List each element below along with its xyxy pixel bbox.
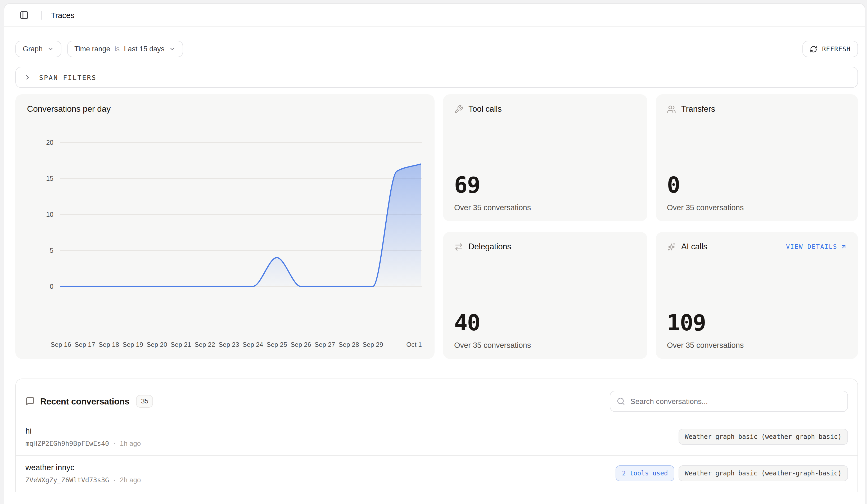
stat-value: 69: [454, 174, 636, 196]
conversation-id: mqHZP2EGh9h9BpFEwEs40: [25, 439, 109, 447]
chevron-down-icon: [169, 45, 175, 52]
conversations-chart: 05101520Sep 16Sep 17Sep 18Sep 19Sep 20Se…: [15, 94, 435, 359]
svg-text:Sep 25: Sep 25: [267, 341, 287, 348]
sidebar-toggle-button[interactable]: [17, 8, 31, 22]
svg-text:Sep 29: Sep 29: [363, 341, 383, 348]
stat-caption: Over 35 conversations: [454, 203, 636, 212]
filter-field-label: Time range: [74, 45, 110, 53]
stat-caption: Over 35 conversations: [667, 203, 847, 212]
stat-card-title: AI calls: [681, 242, 707, 251]
delegations-card: Delegations 40 Over 35 conversations: [443, 232, 647, 359]
ai-calls-card: AI calls VIEW DETAILS 109 Over 35 conver…: [656, 232, 858, 359]
search-icon: [617, 397, 625, 406]
refresh-icon: [810, 45, 817, 53]
filter-value-label: Last 15 days: [124, 45, 164, 53]
svg-text:5: 5: [50, 247, 53, 254]
chevron-down-icon: [47, 45, 54, 52]
search-input[interactable]: [630, 397, 841, 406]
svg-text:Sep 18: Sep 18: [98, 341, 119, 348]
span-filters-expander[interactable]: SPAN FILTERS: [15, 67, 858, 88]
svg-text:20: 20: [46, 139, 53, 146]
stat-card-title: Tool calls: [469, 104, 502, 114]
search-box: [610, 391, 848, 412]
svg-text:Sep 23: Sep 23: [218, 341, 239, 348]
conversation-title: hi: [25, 426, 141, 435]
svg-text:Sep 26: Sep 26: [291, 341, 311, 348]
time-range-filter-dropdown[interactable]: Time range is Last 15 days: [67, 41, 183, 57]
stat-card-title: Transfers: [681, 104, 715, 114]
conversations-per-day-card: Conversations per day 05101520Sep 16Sep …: [15, 94, 435, 359]
meta-separator: ·: [113, 476, 116, 484]
stat-card-title: Delegations: [469, 242, 511, 251]
svg-text:Sep 21: Sep 21: [170, 341, 191, 348]
recent-conversations-card: Recent conversations 35 hi mqHZP2EGh9h9B…: [15, 378, 858, 492]
conversation-time: 2h ago: [120, 476, 141, 484]
stat-caption: Over 35 conversations: [667, 341, 847, 350]
conversation-tags: 2 tools usedWeather graph basic (weather…: [616, 465, 848, 481]
refresh-button-label: REFRESH: [822, 45, 850, 53]
message-square-icon: [25, 397, 35, 406]
conversations-list: hi mqHZP2EGh9h9BpFEwEs40 · 1h ago Weathe…: [16, 419, 857, 492]
refresh-button[interactable]: REFRESH: [802, 41, 858, 57]
svg-text:Sep 27: Sep 27: [314, 341, 335, 348]
filter-operator-label: is: [115, 45, 120, 53]
agent-tag: Weather graph basic (weather-graph-basic…: [678, 465, 848, 481]
recent-conversations-header: Recent conversations 35: [16, 379, 857, 419]
dashboard-grid: Conversations per day 05101520Sep 16Sep …: [15, 94, 858, 359]
chart-title: Conversations per day: [27, 104, 111, 114]
conversations-count-badge: 35: [136, 395, 153, 408]
page-title: Traces: [51, 11, 74, 20]
toolbar: Graph Time range is Last 15 days REFRESH: [15, 41, 858, 57]
tools-used-badge: 2 tools used: [616, 465, 674, 481]
list-item[interactable]: hi mqHZP2EGh9h9BpFEwEs40 · 1h ago Weathe…: [16, 419, 857, 456]
meta-separator: ·: [113, 439, 116, 447]
svg-text:10: 10: [46, 211, 53, 218]
conversation-time: 1h ago: [120, 439, 141, 447]
conversation-id: ZVeWXgZy_Z6WltVd73s3G: [25, 476, 109, 484]
stat-value: 109: [667, 312, 847, 334]
svg-text:0: 0: [50, 283, 53, 290]
view-selector-dropdown[interactable]: Graph: [15, 41, 61, 57]
span-filters-label: SPAN FILTERS: [39, 73, 97, 81]
svg-text:Sep 20: Sep 20: [147, 341, 167, 348]
list-item[interactable]: weather innyc ZVeWXgZy_Z6WltVd73s3G · 2h…: [16, 456, 857, 492]
transfers-card: Transfers 0 Over 35 conversations: [656, 94, 858, 221]
page: Traces Graph Time range is Last 15 days: [0, 0, 867, 504]
sparkles-icon: [667, 242, 676, 251]
tool-calls-card: Tool calls 69 Over 35 conversations: [443, 94, 647, 221]
header-divider: [41, 11, 42, 19]
recent-conversations-title: Recent conversations: [40, 396, 129, 406]
stat-caption: Over 35 conversations: [454, 341, 636, 350]
svg-text:Sep 22: Sep 22: [194, 341, 215, 348]
svg-text:Sep 19: Sep 19: [122, 341, 143, 348]
svg-text:Oct 1: Oct 1: [406, 341, 422, 348]
svg-text:Sep 28: Sep 28: [339, 341, 359, 348]
svg-text:Sep 16: Sep 16: [51, 341, 71, 348]
chevron-right-icon: [24, 74, 31, 81]
svg-text:15: 15: [46, 175, 53, 182]
svg-text:Sep 17: Sep 17: [75, 341, 95, 348]
wrench-icon: [454, 105, 463, 114]
svg-text:Sep 24: Sep 24: [243, 341, 263, 348]
arrow-up-right-icon: [841, 244, 847, 250]
panel-left-icon: [19, 11, 28, 20]
conversation-title: weather innyc: [25, 463, 141, 472]
arrow-right-left-icon: [454, 242, 463, 251]
agent-tag: Weather graph basic (weather-graph-basic…: [678, 429, 848, 445]
main-panel: Traces Graph Time range is Last 15 days: [4, 3, 865, 504]
stat-value: 40: [454, 312, 636, 334]
view-selector-label: Graph: [23, 45, 43, 53]
view-details-label: VIEW DETAILS: [786, 243, 837, 250]
view-details-link[interactable]: VIEW DETAILS: [786, 243, 847, 250]
top-bar: Traces: [4, 4, 865, 27]
conversation-tags: Weather graph basic (weather-graph-basic…: [678, 429, 848, 445]
stat-value: 0: [667, 174, 847, 196]
users-icon: [667, 105, 676, 114]
